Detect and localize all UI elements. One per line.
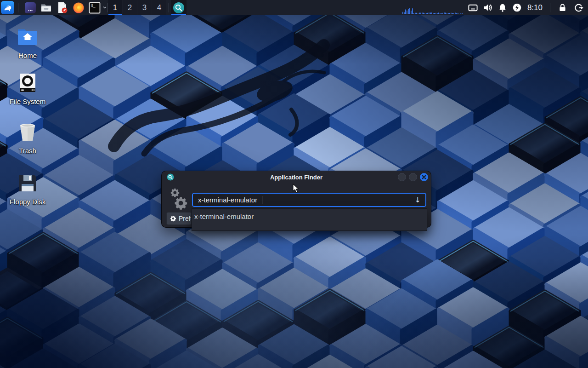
workspace-3[interactable]: 3 bbox=[137, 0, 152, 15]
svg-text:$_: $_ bbox=[91, 4, 96, 8]
firefox-icon bbox=[73, 2, 85, 14]
window-title: Application Finder bbox=[162, 174, 431, 181]
desktop-icon-home[interactable]: Home bbox=[5, 27, 51, 59]
app-finder-panel-button[interactable] bbox=[171, 0, 187, 15]
panel-separator bbox=[550, 3, 550, 12]
desktop-icon-trash[interactable]: Trash bbox=[5, 122, 51, 155]
workspace-3-label: 3 bbox=[142, 3, 147, 12]
home-folder-icon bbox=[17, 27, 39, 47]
terminal-icon: $_ bbox=[89, 2, 101, 14]
floppy-disk-icon bbox=[17, 173, 39, 193]
text-editor-launcher[interactable] bbox=[56, 1, 68, 14]
cpu-graph[interactable] bbox=[401, 0, 464, 15]
logout-tray-icon[interactable] bbox=[573, 2, 584, 13]
desktop-icon-trash-label: Trash bbox=[19, 147, 36, 155]
close-button[interactable] bbox=[420, 173, 428, 181]
maximize-button[interactable] bbox=[409, 173, 417, 181]
trash-icon bbox=[17, 122, 39, 142]
workspace-2[interactable]: 2 bbox=[123, 0, 137, 15]
search-results-dropdown: x-terminal-emulator bbox=[192, 208, 427, 231]
keyboard-tray-icon[interactable] bbox=[468, 2, 479, 13]
desktop-icon-file-system[interactable]: File System bbox=[5, 73, 51, 105]
top-panel: $_ 1 2 3 4 8:10 bbox=[0, 0, 588, 15]
text-caret bbox=[262, 196, 262, 204]
desktop-icon-file-system-label: File System bbox=[10, 98, 45, 105]
volume-tray-icon[interactable] bbox=[482, 2, 493, 13]
notifications-tray-icon[interactable] bbox=[497, 2, 508, 13]
preferences-button-label: Preferences bbox=[179, 215, 192, 222]
kali-dragon-icon bbox=[3, 3, 13, 13]
workspace-1-label: 1 bbox=[113, 3, 117, 12]
desktop-icon-floppy[interactable]: Floppy Disk bbox=[5, 173, 51, 206]
window-buttons-launcher[interactable] bbox=[24, 1, 36, 14]
panel-separator bbox=[169, 3, 169, 12]
window-buttons-icon bbox=[24, 2, 36, 14]
application-gears-icon bbox=[169, 185, 188, 213]
terminal-launcher[interactable]: $_ bbox=[88, 1, 101, 14]
mouse-cursor bbox=[293, 184, 299, 195]
firefox-launcher[interactable] bbox=[72, 1, 85, 14]
workspace-1[interactable]: 1 bbox=[108, 0, 122, 15]
launcher-menu-chevron[interactable] bbox=[102, 5, 107, 11]
desktop-icon-home-label: Home bbox=[18, 52, 37, 59]
entry-dropdown-arrow-icon[interactable]: ↓ bbox=[415, 196, 421, 204]
workspace-2-label: 2 bbox=[128, 3, 132, 12]
desktop-icon-floppy-label: Floppy Disk bbox=[10, 198, 45, 206]
minimize-button[interactable] bbox=[398, 173, 406, 181]
panel-separator bbox=[107, 3, 107, 12]
file-system-drive-icon bbox=[17, 73, 39, 93]
panel-separator bbox=[18, 3, 18, 12]
search-input-value: x-terminal-emulator bbox=[198, 196, 257, 204]
power-manager-tray-icon[interactable] bbox=[512, 2, 523, 13]
kali-menu-button[interactable] bbox=[1, 1, 14, 14]
search-result-item[interactable]: x-terminal-emulator bbox=[192, 209, 427, 220]
lock-tray-icon[interactable] bbox=[557, 2, 568, 13]
search-icon bbox=[173, 2, 185, 14]
workspace-4-label: 4 bbox=[157, 3, 161, 12]
file-manager-icon bbox=[40, 1, 52, 14]
clock[interactable]: 8:10 bbox=[527, 3, 543, 12]
search-input[interactable]: x-terminal-emulator ↓ bbox=[192, 193, 426, 207]
workspace-4[interactable]: 4 bbox=[152, 0, 166, 15]
preferences-button[interactable]: Preferences bbox=[166, 212, 192, 225]
text-editor-icon bbox=[56, 1, 68, 14]
application-finder-titlebar[interactable]: Application Finder bbox=[162, 171, 431, 183]
file-manager-launcher[interactable] bbox=[40, 1, 52, 14]
